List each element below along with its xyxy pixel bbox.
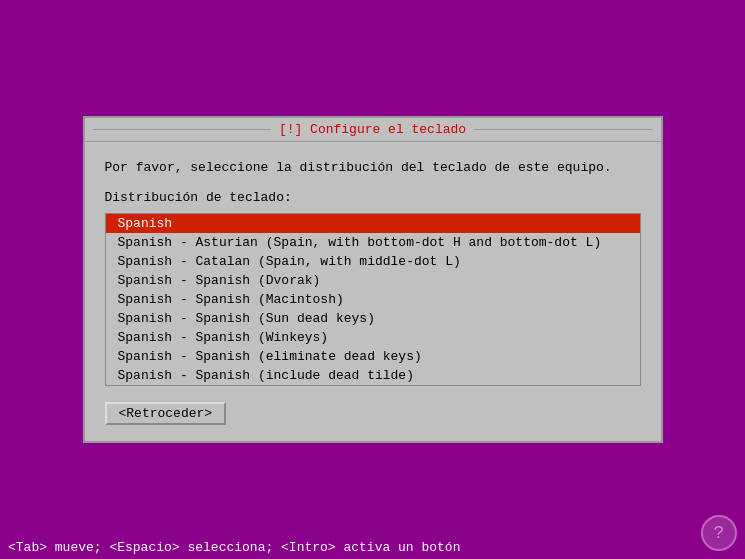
list-item-catalan[interactable]: Spanish - Catalan (Spain, with middle-do… xyxy=(106,252,640,271)
list-item-winkeys[interactable]: Spanish - Spanish (Winkeys) xyxy=(106,328,640,347)
dialog-content: Por favor, seleccione la distribución de… xyxy=(85,142,661,441)
dialog-title: [!] Configure el teclado xyxy=(279,122,466,137)
list-item-sun_dead_keys[interactable]: Spanish - Spanish (Sun dead keys) xyxy=(106,309,640,328)
dialog-box: [!] Configure el teclado Por favor, sele… xyxy=(83,116,663,443)
list-item-asturian[interactable]: Spanish - Asturian (Spain, with bottom-d… xyxy=(106,233,640,252)
list-item-dvorak[interactable]: Spanish - Spanish (Dvorak) xyxy=(106,271,640,290)
button-back[interactable]: <Retroceder> xyxy=(105,402,227,425)
status-bar: <Tab> mueve; <Espacio> selecciona; <Intr… xyxy=(0,536,745,559)
button-row: <Retroceder> xyxy=(105,402,641,425)
list-item-spanish[interactable]: Spanish xyxy=(106,214,640,233)
dialog-description: Por favor, seleccione la distribución de… xyxy=(105,158,641,178)
help-icon: ? xyxy=(701,515,737,551)
list-item-eliminate_dead[interactable]: Spanish - Spanish (eliminate dead keys) xyxy=(106,347,640,366)
keyboard-list[interactable]: SpanishSpanish - Asturian (Spain, with b… xyxy=(105,213,641,386)
section-label: Distribución de teclado: xyxy=(105,190,641,205)
list-item-macintosh[interactable]: Spanish - Spanish (Macintosh) xyxy=(106,290,640,309)
dialog-title-bar: [!] Configure el teclado xyxy=(85,118,661,142)
list-item-include_dead_tilde[interactable]: Spanish - Spanish (include dead tilde) xyxy=(106,366,640,385)
